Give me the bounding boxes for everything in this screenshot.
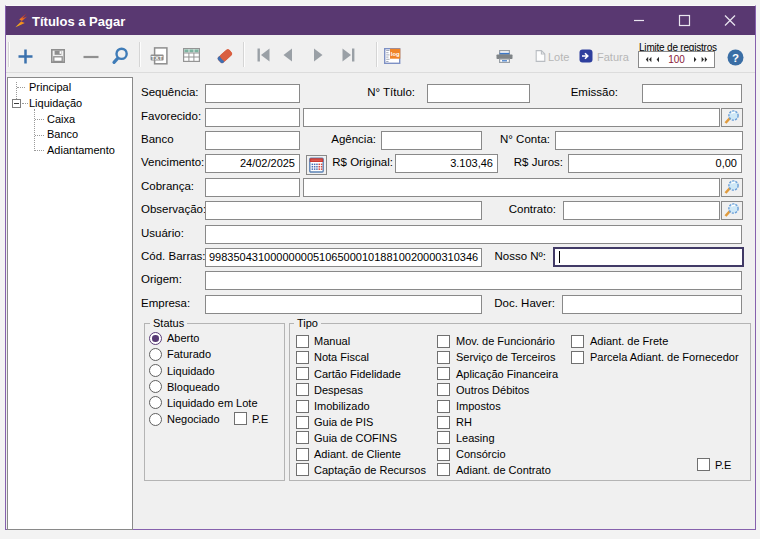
svg-text:log: log — [391, 51, 400, 57]
svg-text:?: ? — [732, 52, 739, 64]
svg-text:100: 100 — [668, 54, 685, 65]
svg-text:TXT: TXT — [151, 55, 163, 61]
